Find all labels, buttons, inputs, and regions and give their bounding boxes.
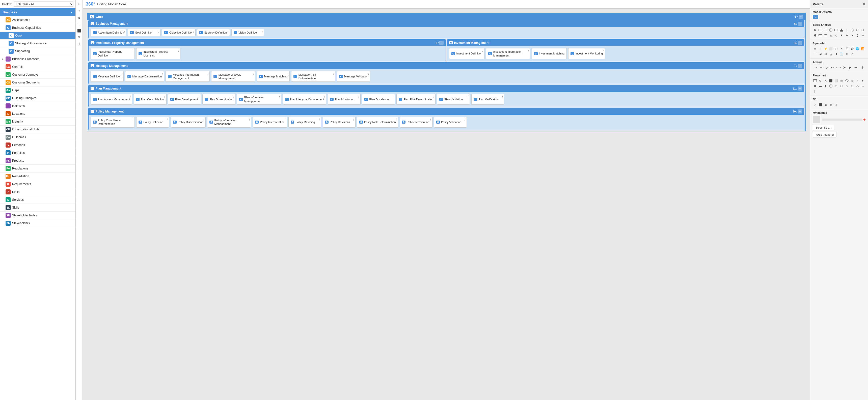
arrow-double2[interactable]: ↠ xyxy=(854,65,859,70)
flow-tri[interactable]: △ xyxy=(855,78,860,83)
core-collapse-btn[interactable]: − xyxy=(799,14,803,19)
shape-hexagon[interactable]: ⬡ xyxy=(861,28,865,32)
sub-collapse-message-management[interactable]: − xyxy=(798,64,802,68)
card-info-plan-lifecycle[interactable]: i xyxy=(324,95,325,98)
flow-rect7[interactable]: □ xyxy=(834,84,838,88)
card-policy-compliance[interactable]: C Policy Compliance Determination i xyxy=(91,117,135,128)
card-policy-risk[interactable]: C Policy Risk Determination i xyxy=(357,117,398,128)
sym-triangle[interactable]: △ xyxy=(829,52,833,56)
sidebar-item-supporting[interactable]: CSupporting xyxy=(0,47,75,55)
flow-clock[interactable]: ⏱ xyxy=(850,84,855,88)
card-objective-def[interactable]: C Objective Definition i xyxy=(162,29,195,36)
card-vision-def[interactable]: C Vision Definition i xyxy=(231,29,264,36)
toolbar-connect-btn[interactable]: ⬛ xyxy=(76,28,82,33)
sub-collapse-investment-management[interactable]: − xyxy=(798,41,802,45)
sidebar-item-strategy-governance[interactable]: CStrategy & Governance xyxy=(0,40,75,47)
card-info-policy-def[interactable]: i xyxy=(167,118,167,121)
card-info-policy-validation[interactable]: i xyxy=(465,118,465,121)
shape-text[interactable]: Tr xyxy=(813,28,817,32)
flow-gear[interactable]: ⚙ xyxy=(818,78,823,83)
card-info-goal-def[interactable]: i xyxy=(158,30,159,33)
card-info-message-risk[interactable]: i xyxy=(333,72,334,75)
sym-doc[interactable]: 📄 xyxy=(839,52,844,56)
flow-rect5[interactable]: ▬ xyxy=(818,84,823,88)
arrow-thin-right[interactable]: → xyxy=(818,65,824,70)
arrow-left-right[interactable]: ⇔ xyxy=(830,65,835,70)
card-info-plan-risk[interactable]: i xyxy=(434,95,434,98)
card-info-plan-info[interactable]: i xyxy=(279,95,280,98)
shape-triangle[interactable] xyxy=(839,28,844,32)
flow-rect9[interactable]: ▭ xyxy=(861,84,865,88)
flow-rect[interactable] xyxy=(813,78,817,83)
arrow-tri-right[interactable]: ▷ xyxy=(824,65,829,70)
card-message-def[interactable]: C Message Definition i xyxy=(91,71,124,82)
flow-rect2[interactable]: ⬛ xyxy=(829,78,833,83)
shape-cloud[interactable]: ☁ xyxy=(861,33,865,38)
card-investment-monitoring[interactable]: C Investment Monitoring i xyxy=(568,48,605,59)
sidebar-item-customer-journeys[interactable]: CJCustomer Journeys xyxy=(0,71,75,79)
sidebar-item-controls[interactable]: CoControls xyxy=(0,63,75,71)
flow-rect4[interactable]: ▭ xyxy=(839,78,844,83)
flow-rect3[interactable]: ⬜ xyxy=(834,78,838,83)
card-info-plan-dissemination[interactable]: i xyxy=(234,95,234,98)
card-plan-dissemination[interactable]: C Plan Dissemination i xyxy=(203,94,236,105)
context-select[interactable]: Enterprise - All xyxy=(13,1,73,6)
sub-collapse-policy-management[interactable]: − xyxy=(798,109,802,113)
3d-cube2[interactable]: ▦ xyxy=(823,102,828,107)
card-plan-info[interactable]: C Plan Information Management i xyxy=(237,94,281,105)
image-slider[interactable] xyxy=(822,119,862,121)
flow-pentagon[interactable]: ⬠ xyxy=(839,84,844,88)
sidebar-item-locations[interactable]: LLocations xyxy=(0,110,75,118)
sidebar-item-portfolios[interactable]: PPortfolios xyxy=(0,149,75,157)
card-info-ip-def[interactable]: i xyxy=(133,49,133,53)
card-policy-termination[interactable]: C Policy Termination i xyxy=(400,117,433,128)
sidebar-item-assessments[interactable]: AsAssessments xyxy=(0,16,75,24)
card-policy-revisions[interactable]: C Policy Revisions i xyxy=(323,117,355,128)
shape-circle[interactable] xyxy=(829,28,833,32)
sidebar-item-risks[interactable]: RiRisks xyxy=(0,188,75,196)
palette-c-badge[interactable]: C xyxy=(813,15,818,19)
card-info-investment-monitoring[interactable]: i xyxy=(603,49,603,53)
card-policy-interpretation[interactable]: C Policy Interpretation i xyxy=(253,117,287,128)
card-info-policy-matching[interactable]: i xyxy=(319,118,319,121)
card-policy-info[interactable]: C Policy Information Management i xyxy=(207,117,251,128)
shape-square[interactable] xyxy=(818,28,823,32)
toolbar-cursor-btn[interactable]: ↖ xyxy=(76,1,82,7)
3d-roof[interactable]: ⌂ xyxy=(834,102,838,107)
palette-close-btn[interactable]: ✕ xyxy=(863,2,866,6)
sidebar-item-gaps[interactable]: GaGaps xyxy=(0,87,75,94)
shape-cross[interactable]: ✚ xyxy=(844,33,849,38)
sym-circle[interactable]: ○ xyxy=(818,46,823,51)
shape-rect2[interactable] xyxy=(818,33,823,38)
card-info-policy-termination[interactable]: i xyxy=(430,118,431,121)
sidebar-item-maturity[interactable]: MaMaturity xyxy=(0,118,75,126)
card-info-policy-info[interactable]: i xyxy=(249,118,250,121)
sidebar-item-initiatives[interactable]: IInitiatives xyxy=(0,102,75,110)
flow-tri2[interactable]: ▷ xyxy=(844,84,849,88)
sym-signal[interactable]: 📶 xyxy=(861,46,865,51)
toolbar-move-btn[interactable]: ✦ xyxy=(76,8,82,13)
3d-diamond[interactable]: ◇ xyxy=(829,102,833,107)
card-policy-dissemination[interactable]: C Policy Dissemination i xyxy=(170,117,206,128)
card-info-investment-info[interactable]: i xyxy=(528,49,529,53)
sub-collapse-plan-management[interactable]: − xyxy=(798,87,802,91)
sidebar-item-business-capabilities[interactable]: CBusiness Capabilities xyxy=(0,24,75,32)
card-info-policy-dissemination[interactable]: i xyxy=(204,118,204,121)
card-info-investment-matching[interactable]: i xyxy=(565,49,565,53)
toolbar-zoom-btn[interactable]: ⊕ xyxy=(76,14,82,20)
card-info-objective-def[interactable]: i xyxy=(193,30,194,33)
sidebar-collapse-arrow[interactable]: ▲ xyxy=(70,11,73,13)
3d-cube[interactable]: ⬛ xyxy=(818,102,823,107)
sidebar-item-services[interactable]: SServices xyxy=(0,196,75,204)
arrow-thick[interactable]: ⇉ xyxy=(859,65,864,70)
card-info-plan-monitoring[interactable]: i xyxy=(359,95,359,98)
card-message-info[interactable]: C Message Information Management i xyxy=(165,71,210,82)
sym-arrow-ne[interactable]: ↗ xyxy=(850,52,855,56)
shape-star[interactable]: ★ xyxy=(839,33,844,38)
sidebar-item-remediation[interactable]: RmRemediation xyxy=(0,172,75,180)
card-action-item-def[interactable]: C Action Item Definition i xyxy=(91,29,126,36)
sym-x[interactable]: ✕ xyxy=(839,46,844,51)
sidebar-item-organizational-units[interactable]: OUOrganizational Units xyxy=(0,126,75,133)
sidebar-item-outcomes[interactable]: OuOutcomes xyxy=(0,133,75,141)
shape-rounded2[interactable] xyxy=(823,33,828,38)
